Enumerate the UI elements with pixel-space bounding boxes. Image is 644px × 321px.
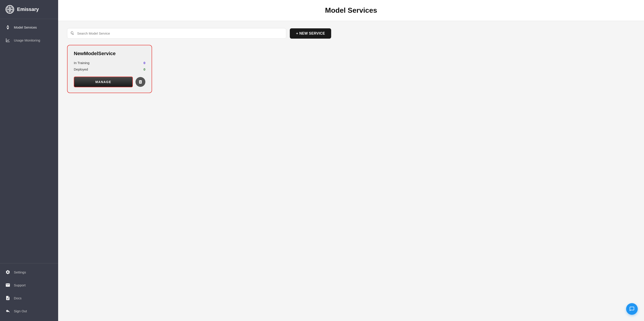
emissary-logo-icon <box>5 5 14 14</box>
main-content: Model Services + NEW SERVICE NewModelSer… <box>58 0 644 321</box>
deployed-label: Deployed <box>74 67 88 71</box>
in-training-value: 0 <box>144 61 145 65</box>
sidebar-item-settings[interactable]: Settings <box>0 266 58 279</box>
sidebar-nav-top: Model Services Usage Monitoring <box>0 19 58 261</box>
content-area: + NEW SERVICE NewModelService In Trainin… <box>58 21 644 321</box>
search-input[interactable] <box>67 28 286 39</box>
signout-icon <box>5 309 10 314</box>
new-service-button[interactable]: + NEW SERVICE <box>290 28 331 39</box>
page-header: Model Services <box>58 0 644 21</box>
gear-icon <box>5 270 10 275</box>
sidebar-label-sign-out: Sign Out <box>14 309 27 313</box>
search-container <box>67 28 286 39</box>
deployed-value: 0 <box>144 67 145 71</box>
sidebar-item-support[interactable]: Support <box>0 279 58 292</box>
sidebar-item-sign-out[interactable]: Sign Out <box>0 305 58 318</box>
sidebar-item-model-services[interactable]: Model Services <box>0 21 58 34</box>
app-name: Emissary <box>17 6 39 12</box>
sidebar-label-docs: Docs <box>14 296 22 300</box>
chat-button[interactable] <box>626 303 638 315</box>
search-icon <box>70 31 74 36</box>
rocket-icon <box>5 25 10 30</box>
chart-icon <box>5 38 10 43</box>
sidebar-item-usage-monitoring[interactable]: Usage Monitoring <box>0 34 58 47</box>
sidebar-logo: Emissary <box>0 0 58 19</box>
sidebar-label-support: Support <box>14 283 26 287</box>
email-icon <box>5 283 10 288</box>
toolbar: + NEW SERVICE <box>67 28 635 39</box>
service-card: NewModelService In Training 0 Deployed 0… <box>67 45 152 93</box>
sidebar-nav-bottom: Settings Support Docs S <box>0 266 58 321</box>
sidebar-item-docs[interactable]: Docs <box>0 292 58 305</box>
sidebar-label-settings: Settings <box>14 270 26 274</box>
service-card-title: NewModelService <box>74 51 145 56</box>
sidebar-divider <box>0 263 58 263</box>
sidebar-label-model-services: Model Services <box>14 25 37 29</box>
card-actions: MANAGE <box>74 77 145 87</box>
service-card-stats: In Training 0 Deployed 0 <box>74 61 145 71</box>
stat-row-deployed: Deployed 0 <box>74 67 145 71</box>
delete-button[interactable] <box>136 77 145 87</box>
docs-icon <box>5 296 10 301</box>
stat-row-training: In Training 0 <box>74 61 145 65</box>
in-training-label: In Training <box>74 61 90 65</box>
page-title: Model Services <box>67 6 635 14</box>
manage-button[interactable]: MANAGE <box>74 77 133 87</box>
sidebar: Emissary Model Services Usage Monitoring <box>0 0 58 321</box>
sidebar-label-usage-monitoring: Usage Monitoring <box>14 38 40 42</box>
